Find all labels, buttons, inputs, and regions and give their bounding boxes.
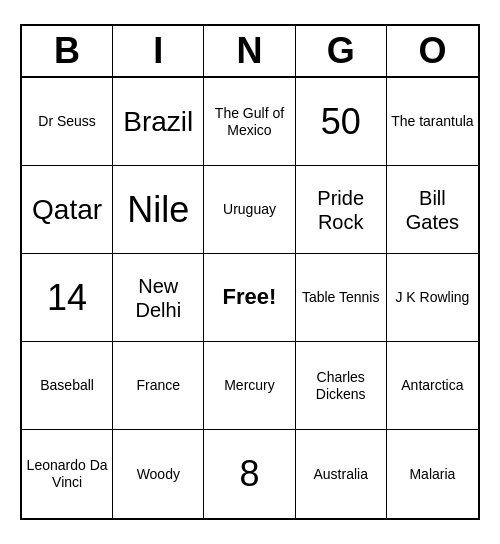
bingo-cell: Table Tennis	[296, 254, 387, 342]
header-letter: N	[204, 26, 295, 76]
bingo-cell: Nile	[113, 166, 204, 254]
bingo-cell: Brazil	[113, 78, 204, 166]
bingo-cell: Qatar	[22, 166, 113, 254]
bingo-cell: The Gulf of Mexico	[204, 78, 295, 166]
bingo-cell: 50	[296, 78, 387, 166]
bingo-cell: Uruguay	[204, 166, 295, 254]
bingo-cell: Malaria	[387, 430, 478, 518]
bingo-cell: Baseball	[22, 342, 113, 430]
bingo-card: BINGO Dr SeussBrazilThe Gulf of Mexico50…	[20, 24, 480, 520]
header-letter: I	[113, 26, 204, 76]
bingo-cell: Antarctica	[387, 342, 478, 430]
bingo-cell: France	[113, 342, 204, 430]
bingo-cell: 8	[204, 430, 295, 518]
bingo-grid: Dr SeussBrazilThe Gulf of Mexico50The ta…	[22, 78, 478, 518]
bingo-cell: Mercury	[204, 342, 295, 430]
bingo-cell: 14	[22, 254, 113, 342]
bingo-cell: Pride Rock	[296, 166, 387, 254]
bingo-cell: Bill Gates	[387, 166, 478, 254]
bingo-cell: New Delhi	[113, 254, 204, 342]
bingo-cell: J K Rowling	[387, 254, 478, 342]
header-letter: B	[22, 26, 113, 76]
header-letter: O	[387, 26, 478, 76]
bingo-header: BINGO	[22, 26, 478, 78]
bingo-cell: The tarantula	[387, 78, 478, 166]
bingo-cell: Dr Seuss	[22, 78, 113, 166]
header-letter: G	[296, 26, 387, 76]
bingo-cell: Woody	[113, 430, 204, 518]
bingo-cell: Australia	[296, 430, 387, 518]
bingo-cell: Charles Dickens	[296, 342, 387, 430]
bingo-cell: Free!	[204, 254, 295, 342]
bingo-cell: Leonardo Da Vinci	[22, 430, 113, 518]
